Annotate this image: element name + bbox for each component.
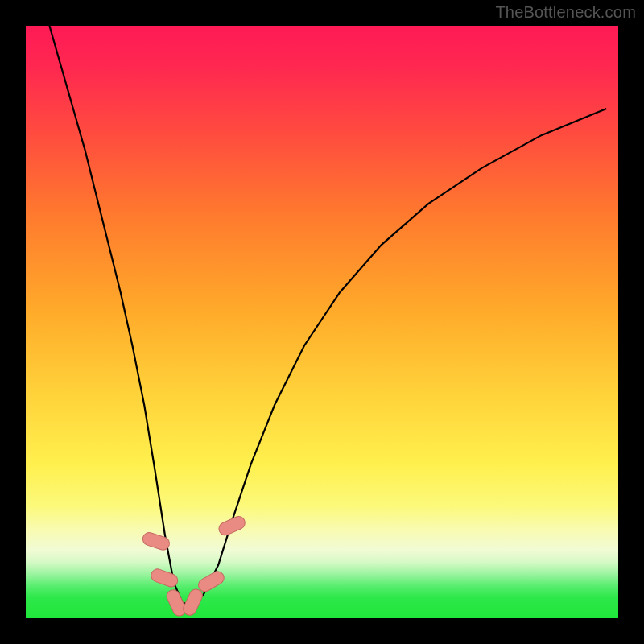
outer-frame: TheBottleneck.com <box>0 0 644 644</box>
gradient-background <box>26 26 618 618</box>
bottleneck-chart <box>26 26 618 618</box>
plot-area <box>26 26 618 618</box>
attribution-text: TheBottleneck.com <box>495 3 636 22</box>
